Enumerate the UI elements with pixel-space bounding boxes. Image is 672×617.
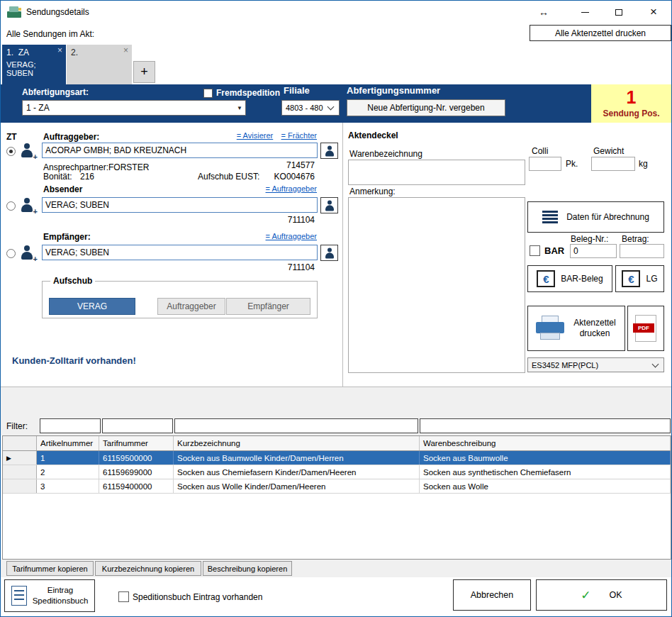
warenbezeichnung-input[interactable] <box>348 160 525 185</box>
add-tab-button[interactable]: + <box>133 61 155 83</box>
empfaenger-radio[interactable] <box>6 249 16 258</box>
cell-warenbeschreibung[interactable]: Socken aus synthetischen Chemiefasern <box>420 465 671 479</box>
copy-tarifnummer-button[interactable]: Tarifnummer kopieren <box>6 561 94 576</box>
empfaenger-label: Empfänger: <box>43 232 91 242</box>
daten-abrechnung-button[interactable]: Daten für Abrechnung <box>527 201 664 233</box>
filter-artikelnummer-input[interactable] <box>40 418 101 433</box>
fraechter-link[interactable]: = Frächter <box>281 131 317 140</box>
cell-kurzbezeichnung[interactable]: Socken aus Wolle Kinder/Damen/Heeren <box>174 479 420 493</box>
column-header-warenbeschreibung[interactable]: Warenbeschreibung <box>420 436 671 450</box>
bar-beleg-label: BAR-Beleg <box>561 274 603 284</box>
absender-radio[interactable] <box>6 201 16 211</box>
auftraggeber-lookup-button[interactable] <box>320 143 338 159</box>
pdf-button[interactable]: PDF <box>627 306 664 351</box>
auftraggeber-input[interactable] <box>42 143 318 158</box>
table-row-2[interactable]: 2 61159699000 Socken aus Chemiefasern Ki… <box>3 465 671 479</box>
person-add-icon-auftraggeber[interactable]: + <box>19 143 35 158</box>
colli-input[interactable] <box>529 157 561 171</box>
cell-kurzbezeichnung[interactable]: Socken aus Chemiefasern Kinder/Damen/Hee… <box>174 465 420 479</box>
absender-lookup-button[interactable] <box>320 197 338 213</box>
euro-icon: € <box>537 270 555 287</box>
aufschub-empfaenger-button[interactable]: Empfänger <box>226 298 310 315</box>
person-icon <box>323 247 335 259</box>
column-header-artikelnummer[interactable]: Artikelnummer <box>37 436 99 450</box>
betrag-input[interactable] <box>620 244 664 258</box>
app-icon <box>7 6 21 18</box>
bar-beleg-button[interactable]: € BAR-Beleg <box>527 265 612 292</box>
filter-kurzbezeichnung-input[interactable] <box>174 418 418 433</box>
gewicht-input[interactable] <box>591 157 635 171</box>
bonitaet-label: Bonität: <box>43 172 72 182</box>
sendungsdetails-window: Sendungsdetails ↔ × Alle Sendungen im Ak… <box>0 0 672 617</box>
table-row-3[interactable]: 3 61159400000 Socken aus Wolle Kinder/Da… <box>3 479 671 494</box>
absender-auftraggeber-link[interactable]: = Auftraggeber <box>266 184 317 193</box>
chevron-down-icon <box>652 360 659 367</box>
pk-label: Pk. <box>566 159 578 169</box>
printer-select[interactable]: ES3452 MFP(PCL) <box>527 357 664 372</box>
cell-artikelnummer[interactable]: 1 <box>37 451 99 465</box>
row-header[interactable] <box>3 479 37 493</box>
aufschub-auftraggeber-button[interactable]: Auftraggeber <box>157 298 225 315</box>
beleg-nr-input[interactable] <box>570 244 617 258</box>
cell-artikelnummer[interactable]: 2 <box>37 465 99 479</box>
tab-shipment-2[interactable]: 2. × <box>67 45 132 84</box>
ok-button[interactable]: ✓ OK <box>536 579 667 611</box>
cancel-button[interactable]: Abbrechen <box>453 579 531 611</box>
lg-button[interactable]: € LG <box>615 265 664 292</box>
bar-checkbox[interactable] <box>530 245 540 256</box>
person-add-icon-empfaenger[interactable]: + <box>19 245 35 260</box>
title-bar[interactable]: Sendungsdetails ↔ × <box>1 1 671 23</box>
aufschub-legend: Aufschub <box>50 276 95 286</box>
row-header[interactable] <box>3 465 37 479</box>
maximize-button[interactable] <box>602 1 636 23</box>
cell-kurzbezeichnung[interactable]: Socken aus Baumwolle Kinder/Damen/Herren <box>174 451 420 465</box>
resize-arrows-icon[interactable]: ↔ <box>530 1 558 23</box>
empfaenger-input[interactable] <box>42 245 318 260</box>
filter-warenbeschreibung-input[interactable] <box>420 418 671 433</box>
list-icon <box>542 211 558 224</box>
person-add-icon-absender[interactable]: + <box>19 197 35 213</box>
anmerkung-textarea[interactable] <box>348 197 525 373</box>
anmerkung-label: Anmerkung: <box>349 187 396 196</box>
tab2-close-icon[interactable]: × <box>123 45 128 55</box>
person-plus-glyph: + <box>33 207 38 216</box>
abfertigungsart-select[interactable]: 1 - ZA ▼ <box>22 100 246 116</box>
copy-beschreibung-button[interactable]: Beschreibung kopieren <box>203 561 292 576</box>
minimize-button[interactable] <box>568 1 602 23</box>
empfaenger-auftraggeber-link[interactable]: = Auftraggeber <box>266 232 317 240</box>
aufschub-verag-button[interactable]: VERAG <box>49 298 135 315</box>
fremdspedition-label: Fremdspedition <box>216 88 280 98</box>
eintrag-speditionsbuch-button[interactable]: Eintrag Speditionsbuch <box>4 579 95 612</box>
cell-artikelnummer[interactable]: 3 <box>37 479 99 493</box>
speditionsbuch-checkbox[interactable] <box>118 591 129 602</box>
aktenzettel-drucken-button[interactable]: Aktenzettel drucken <box>527 306 625 351</box>
empfaenger-lookup-button[interactable] <box>320 245 338 261</box>
neue-abfertigungsnummer-button[interactable]: Neue Abfertigung-Nr. vergeben <box>347 99 505 116</box>
auftraggeber-number: 714577 <box>244 160 315 170</box>
auftraggeber-radio[interactable] <box>6 147 16 156</box>
print-all-aktenzettel-button[interactable]: Alle Aktenzettel drucken <box>530 25 671 41</box>
row-header[interactable]: ▶ <box>3 451 37 465</box>
cell-tarifnummer[interactable]: 61159400000 <box>99 479 174 493</box>
copy-kurzbezeichnung-button[interactable]: Kurzbezeichnung kopieren <box>95 561 201 576</box>
absender-input[interactable] <box>42 197 318 213</box>
tab-shipment-1[interactable]: 1. ZA × VERAG; SUBEN <box>2 45 66 84</box>
cell-warenbeschreibung[interactable]: Socken aus Baumwolle <box>420 451 671 465</box>
avisierer-link[interactable]: = Avisierer <box>237 131 273 140</box>
column-header-tarifnummer[interactable]: Tarifnummer <box>99 436 174 450</box>
cell-tarifnummer[interactable]: 61159500000 <box>99 451 174 465</box>
filiale-select[interactable]: 4803 - 480 <box>281 100 340 116</box>
cell-warenbeschreibung[interactable]: Socken aus Wolle <box>420 479 671 493</box>
tab1-close-icon[interactable]: × <box>57 45 62 55</box>
cell-tarifnummer[interactable]: 61159699000 <box>99 465 174 479</box>
filiale-label: Filiale <box>284 85 310 96</box>
table-row-1[interactable]: ▶ 1 61159500000 Socken aus Baumwolle Kin… <box>3 451 671 465</box>
fremdspedition-checkbox[interactable] <box>203 89 213 98</box>
filter-tarifnummer-input[interactable] <box>102 418 173 433</box>
close-button[interactable]: × <box>636 1 671 23</box>
column-header-kurzbezeichnung[interactable]: Kurzbezeichnung <box>174 436 420 450</box>
abfertigungsart-value: 1 - ZA <box>23 103 234 113</box>
person-plus-glyph: + <box>33 152 38 161</box>
minimize-icon <box>581 12 589 13</box>
euro-icon: € <box>622 270 640 287</box>
